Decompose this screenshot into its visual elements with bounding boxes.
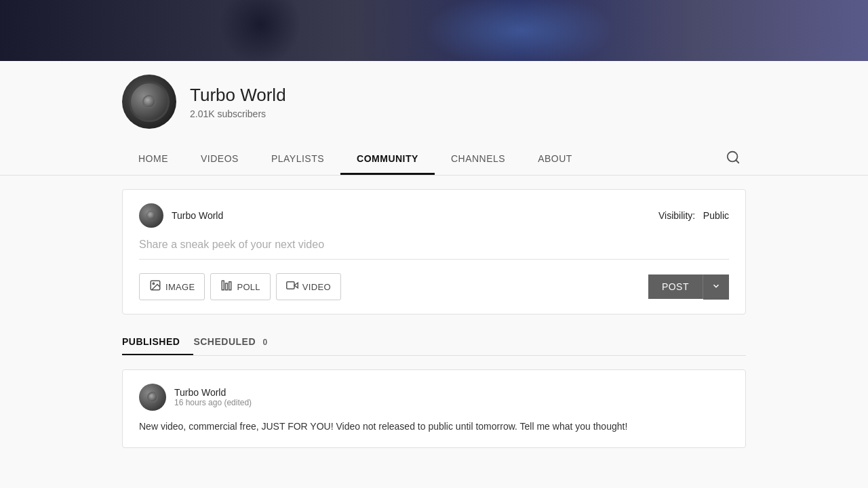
svg-line-1 bbox=[736, 160, 738, 163]
banner-overlay bbox=[0, 0, 868, 61]
compose-author-name: Turbo World bbox=[172, 210, 223, 221]
svg-rect-8 bbox=[287, 282, 294, 289]
visibility-label: Visibility: bbox=[658, 210, 695, 221]
visibility-value: Public bbox=[703, 210, 729, 221]
tabs-row: PUBLISHED SCHEDULED 0 bbox=[122, 328, 746, 356]
channel-name: Turbo World bbox=[190, 85, 286, 106]
navigation-bar: HOME VIDEOS PLAYLISTS COMMUNITY CHANNELS… bbox=[0, 142, 868, 176]
post-dropdown-button[interactable] bbox=[703, 274, 729, 300]
compose-avatar bbox=[139, 203, 163, 228]
svg-rect-5 bbox=[226, 283, 228, 290]
video-button[interactable]: VIDEO bbox=[276, 273, 341, 300]
compose-header: Turbo World Visibility: Public bbox=[139, 203, 729, 228]
nav-videos[interactable]: VIDEOS bbox=[184, 142, 255, 175]
tab-scheduled-count: 0 bbox=[262, 338, 267, 347]
search-icon[interactable] bbox=[720, 144, 746, 173]
channel-subscribers: 2.01K subscribers bbox=[190, 108, 286, 119]
channel-banner bbox=[0, 0, 868, 61]
post-content: New video, commercial free, JUST FOR YOU… bbox=[139, 419, 729, 434]
image-icon bbox=[149, 279, 161, 294]
post-header: Turbo World 16 hours ago (edited) bbox=[139, 384, 729, 411]
nav-about[interactable]: ABOUT bbox=[521, 142, 589, 175]
tab-scheduled-label: SCHEDULED bbox=[193, 336, 256, 347]
nav-community[interactable]: COMMUNITY bbox=[340, 142, 435, 175]
compose-placeholder[interactable]: Share a sneak peek of your next video bbox=[139, 239, 729, 260]
post-author: Turbo World bbox=[174, 387, 252, 398]
poll-label: POLL bbox=[237, 282, 260, 292]
tab-published[interactable]: PUBLISHED bbox=[122, 328, 193, 355]
poll-button[interactable]: POLL bbox=[210, 273, 270, 300]
post-meta: Turbo World 16 hours ago (edited) bbox=[174, 387, 252, 407]
compose-actions: IMAGE POLL VIDEO POST bbox=[139, 273, 729, 300]
video-icon bbox=[286, 279, 298, 294]
nav-playlists[interactable]: PLAYLISTS bbox=[255, 142, 340, 175]
svg-point-3 bbox=[153, 283, 154, 284]
post-button-group: POST bbox=[648, 274, 729, 300]
video-label: VIDEO bbox=[302, 282, 331, 292]
image-label: IMAGE bbox=[165, 282, 195, 292]
channel-avatar bbox=[122, 75, 176, 129]
post-avatar bbox=[139, 384, 166, 411]
compose-visibility: Visibility: Public bbox=[658, 210, 729, 221]
tab-scheduled[interactable]: SCHEDULED 0 bbox=[193, 328, 281, 355]
svg-rect-4 bbox=[222, 281, 224, 290]
post-item: Turbo World 16 hours ago (edited) New vi… bbox=[122, 369, 746, 448]
channel-info: Turbo World 2.01K subscribers bbox=[190, 85, 286, 119]
poll-icon bbox=[220, 279, 233, 294]
nav-channels[interactable]: CHANNELS bbox=[435, 142, 521, 175]
channel-header: Turbo World 2.01K subscribers bbox=[0, 61, 868, 142]
nav-home[interactable]: HOME bbox=[122, 142, 184, 175]
svg-rect-6 bbox=[229, 282, 231, 290]
image-button[interactable]: IMAGE bbox=[139, 273, 205, 300]
post-time: 16 hours ago (edited) bbox=[174, 398, 252, 407]
main-content: Turbo World Visibility: Public Share a s… bbox=[0, 176, 868, 488]
compose-box: Turbo World Visibility: Public Share a s… bbox=[122, 189, 746, 314]
post-button[interactable]: POST bbox=[648, 274, 703, 299]
svg-marker-7 bbox=[294, 283, 298, 288]
